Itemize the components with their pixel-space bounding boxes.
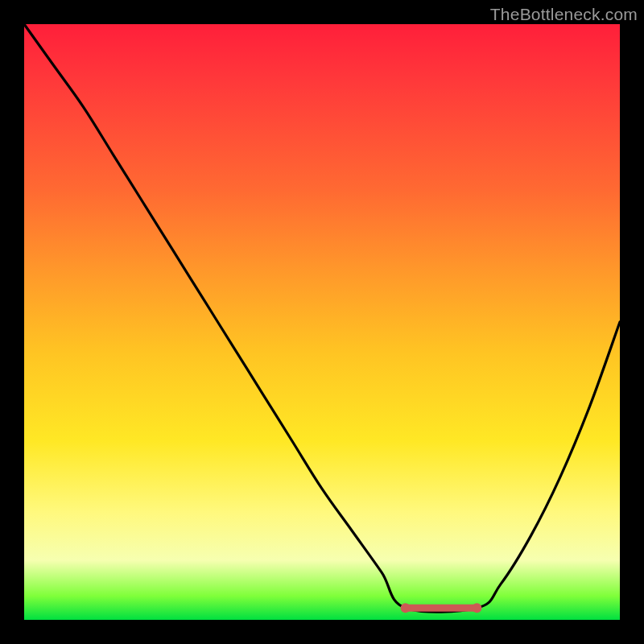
flat-segment-end-dot bbox=[472, 603, 481, 613]
chart-frame: TheBottleneck.com bbox=[0, 0, 644, 644]
plot-area bbox=[24, 24, 620, 620]
watermark-text: TheBottleneck.com bbox=[490, 5, 638, 24]
curve-path bbox=[24, 24, 620, 612]
flat-segment-start-dot bbox=[401, 603, 411, 613]
bottleneck-curve bbox=[24, 24, 620, 620]
